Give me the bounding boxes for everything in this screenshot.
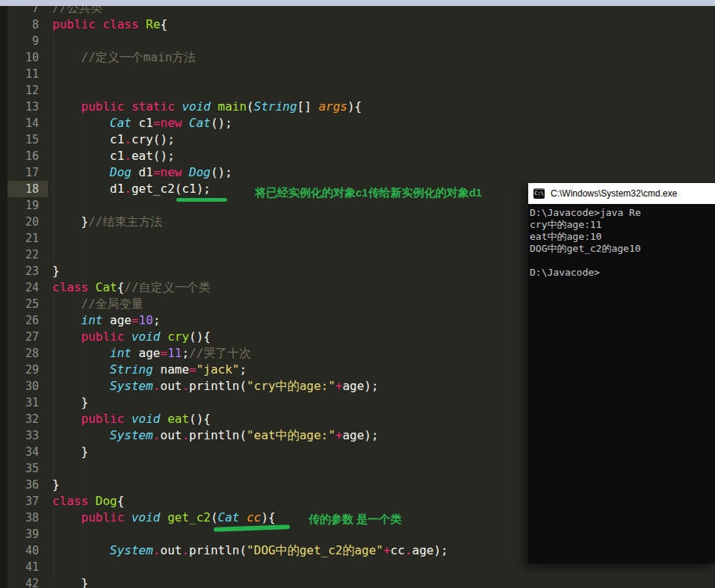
code-token: Re <box>146 17 160 31</box>
code-token: void <box>131 510 161 524</box>
code-token <box>52 329 81 344</box>
line-number: 38 <box>7 510 48 526</box>
code-token <box>161 412 168 426</box>
code-token <box>124 412 131 426</box>
line-number: 17 <box>7 164 48 181</box>
code-token: (){ <box>189 329 211 344</box>
code-token: void <box>182 99 211 114</box>
code-token: ){ <box>261 510 275 524</box>
code-line-17[interactable]: 17 Dog d1=new Dog(); <box>7 164 715 181</box>
line-number: 35 <box>7 460 48 477</box>
code-token <box>52 165 110 179</box>
code-line-14[interactable]: 14 Cat c1=new Cat(); <box>7 115 715 131</box>
code-token <box>52 99 81 114</box>
code-token: args <box>318 99 347 114</box>
code-token: void <box>131 412 161 426</box>
code-token: ; <box>239 362 247 377</box>
code-token: out <box>161 379 182 393</box>
code-token: //定义一个main方法 <box>52 50 196 64</box>
code-token: . <box>182 379 189 393</box>
code-token: =new <box>153 116 182 130</box>
code-token: . <box>182 428 189 442</box>
code-token: } <box>52 264 60 278</box>
code-token: class <box>52 280 88 294</box>
code-token: ( <box>211 510 218 524</box>
code-token: cry(); <box>131 132 175 146</box>
code-token: age); <box>342 379 378 393</box>
line-number: 40 <box>7 542 48 559</box>
code-token: get_c2 <box>167 510 211 524</box>
code-token: public <box>52 17 96 31</box>
line-number: 14 <box>7 115 48 131</box>
code-line-42[interactable]: 42 } <box>7 575 715 588</box>
code-token: static <box>131 99 175 114</box>
code-token: out <box>161 428 182 442</box>
code-text: public static void main(String[] args){ <box>48 99 362 115</box>
code-line-10[interactable]: 10 //定义一个main方法 <box>7 49 715 66</box>
code-token: (){ <box>189 412 211 426</box>
code-line-15[interactable]: 15 c1.cry(); <box>7 131 715 148</box>
code-token: println( <box>189 379 247 393</box>
code-token: . <box>124 149 131 163</box>
code-token <box>239 510 247 524</box>
code-token: System <box>110 379 153 393</box>
code-token <box>161 510 168 524</box>
code-token <box>139 17 146 31</box>
code-token <box>175 99 182 114</box>
line-number: 28 <box>7 345 48 362</box>
code-token: age); <box>342 428 378 442</box>
code-text: c1.eat(); <box>48 148 175 164</box>
code-line-12[interactable]: 12 <box>7 82 715 99</box>
line-number: 30 <box>7 378 48 394</box>
code-token: public <box>81 99 125 114</box>
line-number: 29 <box>7 362 48 378</box>
line-number: 10 <box>7 49 48 66</box>
screen: { "window": { "top_strip_color": "#c3c9d… <box>0 0 715 588</box>
code-token: + <box>383 543 391 557</box>
code-token: get_c2(c1); <box>131 182 211 196</box>
code-token: =new <box>153 165 182 179</box>
code-token: c1 <box>52 149 124 163</box>
code-token: String <box>110 362 153 377</box>
code-token: 11 <box>167 346 182 360</box>
code-token: . <box>153 428 161 442</box>
code-token: System <box>110 543 153 557</box>
code-token: void <box>131 329 161 344</box>
code-token: class <box>102 17 138 31</box>
line-number: 33 <box>7 427 48 444</box>
code-token: } <box>52 445 88 459</box>
code-token: . <box>124 132 131 146</box>
code-token: . <box>153 379 161 393</box>
code-token <box>52 379 110 393</box>
code-text: } <box>48 477 60 493</box>
line-number: 21 <box>7 230 48 247</box>
annotation-text-line38: 传的参数 是一个类 <box>309 513 401 527</box>
code-line-16[interactable]: 16 c1.eat(); <box>7 148 715 164</box>
code-line-9[interactable]: 9 <box>7 33 715 49</box>
code-token: "DOG中的get_c2的age" <box>247 543 383 557</box>
code-token: //自定义一个类 <box>124 280 210 294</box>
code-token: = <box>131 313 139 327</box>
code-line-13[interactable]: 13 public static void main(String[] args… <box>7 99 715 115</box>
code-text: public void eat(){ <box>48 411 211 427</box>
code-text: class Cat{//自定义一个类 <box>48 279 211 296</box>
code-token: (); <box>211 116 232 130</box>
window-top-strip <box>0 0 715 6</box>
code-token: } <box>52 576 88 588</box>
code-token: = <box>161 346 168 360</box>
cmd-titlebar[interactable]: C:\ C:\Windows\System32\cmd.exe <box>528 183 715 204</box>
code-token: age <box>102 313 131 327</box>
code-token: c1 <box>52 132 124 146</box>
cmd-terminal-output[interactable]: D:\Javacode>java Recry中的age:11eat中的age:1… <box>528 204 715 563</box>
code-line-11[interactable]: 11 <box>7 66 715 82</box>
code-token: d1 <box>131 165 153 179</box>
code-token <box>52 313 81 327</box>
code-token: } <box>52 477 60 492</box>
cmd-window[interactable]: C:\ C:\Windows\System32\cmd.exe D:\Javac… <box>528 183 715 563</box>
code-token: main <box>218 99 247 114</box>
code-line-8[interactable]: 8public class Re{ <box>7 16 715 33</box>
code-token: + <box>335 379 343 393</box>
code-token: { <box>117 494 125 508</box>
code-token: Dog <box>189 165 211 179</box>
code-text: Dog d1=new Dog(); <box>48 164 232 181</box>
